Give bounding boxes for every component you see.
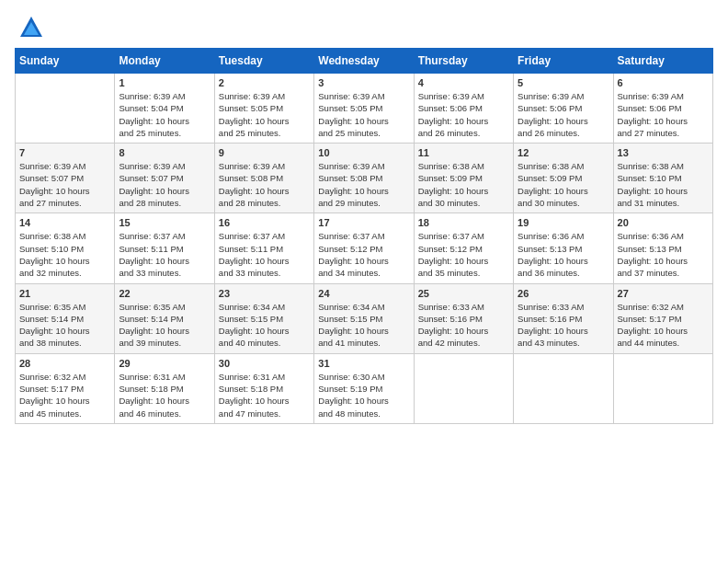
cell-day-number: 3 xyxy=(318,77,409,88)
cell-info-text: Sunrise: 6:39 AM Sunset: 5:05 PM Dayligh… xyxy=(219,90,310,139)
cell-day-number: 27 xyxy=(618,288,709,299)
cell-info-text: Sunrise: 6:39 AM Sunset: 5:04 PM Dayligh… xyxy=(119,90,210,139)
calendar-cell: 10Sunrise: 6:39 AM Sunset: 5:08 PM Dayli… xyxy=(314,144,414,213)
cell-info-text: Sunrise: 6:34 AM Sunset: 5:15 PM Dayligh… xyxy=(318,301,409,350)
calendar-cell: 26Sunrise: 6:33 AM Sunset: 5:16 PM Dayli… xyxy=(514,283,613,353)
calendar-cell: 29Sunrise: 6:31 AM Sunset: 5:18 PM Dayli… xyxy=(115,353,214,423)
calendar-cell: 25Sunrise: 6:33 AM Sunset: 5:16 PM Dayli… xyxy=(414,283,513,353)
cell-day-number: 25 xyxy=(418,288,509,299)
calendar-cell: 31Sunrise: 6:30 AM Sunset: 5:19 PM Dayli… xyxy=(314,353,414,423)
logo-icon xyxy=(18,15,44,40)
calendar-cell: 23Sunrise: 6:34 AM Sunset: 5:15 PM Dayli… xyxy=(214,283,313,353)
cell-info-text: Sunrise: 6:38 AM Sunset: 5:09 PM Dayligh… xyxy=(518,160,609,209)
calendar-cell: 9Sunrise: 6:39 AM Sunset: 5:08 PM Daylig… xyxy=(214,144,313,213)
calendar-week-row: 14Sunrise: 6:38 AM Sunset: 5:10 PM Dayli… xyxy=(16,213,713,283)
cell-info-text: Sunrise: 6:39 AM Sunset: 5:06 PM Dayligh… xyxy=(618,90,709,139)
header-friday: Friday xyxy=(514,49,613,74)
calendar-header-row: SundayMondayTuesdayWednesdayThursdayFrid… xyxy=(16,49,713,74)
cell-day-number: 11 xyxy=(418,147,509,158)
cell-day-number: 31 xyxy=(318,358,409,369)
cell-day-number: 23 xyxy=(219,288,310,299)
calendar-week-row: 7Sunrise: 6:39 AM Sunset: 5:07 PM Daylig… xyxy=(16,144,713,213)
cell-day-number: 6 xyxy=(618,77,709,88)
calendar-cell: 4Sunrise: 6:39 AM Sunset: 5:06 PM Daylig… xyxy=(414,74,513,144)
cell-info-text: Sunrise: 6:30 AM Sunset: 5:19 PM Dayligh… xyxy=(318,371,409,419)
cell-info-text: Sunrise: 6:39 AM Sunset: 5:08 PM Dayligh… xyxy=(219,160,310,209)
cell-day-number: 26 xyxy=(518,288,609,299)
cell-info-text: Sunrise: 6:32 AM Sunset: 5:17 PM Dayligh… xyxy=(19,371,110,419)
cell-day-number: 19 xyxy=(518,217,609,228)
cell-day-number: 4 xyxy=(418,77,509,88)
cell-day-number: 12 xyxy=(518,147,609,158)
calendar-cell: 14Sunrise: 6:38 AM Sunset: 5:10 PM Dayli… xyxy=(16,213,115,283)
cell-day-number: 5 xyxy=(518,77,609,88)
cell-day-number: 10 xyxy=(318,147,409,158)
header-tuesday: Tuesday xyxy=(214,49,313,74)
cell-day-number: 18 xyxy=(418,217,509,228)
calendar-cell: 1Sunrise: 6:39 AM Sunset: 5:04 PM Daylig… xyxy=(115,74,214,144)
cell-info-text: Sunrise: 6:39 AM Sunset: 5:05 PM Dayligh… xyxy=(318,90,409,139)
cell-info-text: Sunrise: 6:31 AM Sunset: 5:18 PM Dayligh… xyxy=(119,371,210,419)
cell-info-text: Sunrise: 6:37 AM Sunset: 5:11 PM Dayligh… xyxy=(119,230,210,279)
cell-info-text: Sunrise: 6:35 AM Sunset: 5:14 PM Dayligh… xyxy=(119,301,210,350)
header-wednesday: Wednesday xyxy=(314,49,414,74)
calendar-cell: 30Sunrise: 6:31 AM Sunset: 5:18 PM Dayli… xyxy=(214,353,313,423)
cell-day-number: 22 xyxy=(119,288,210,299)
calendar-cell: 7Sunrise: 6:39 AM Sunset: 5:07 PM Daylig… xyxy=(16,144,115,213)
calendar-cell xyxy=(613,353,712,423)
calendar-cell: 24Sunrise: 6:34 AM Sunset: 5:15 PM Dayli… xyxy=(314,283,414,353)
cell-info-text: Sunrise: 6:39 AM Sunset: 5:06 PM Dayligh… xyxy=(518,90,609,139)
calendar-cell: 22Sunrise: 6:35 AM Sunset: 5:14 PM Dayli… xyxy=(115,283,214,353)
cell-info-text: Sunrise: 6:32 AM Sunset: 5:17 PM Dayligh… xyxy=(618,301,709,350)
cell-day-number: 24 xyxy=(318,288,409,299)
cell-day-number: 21 xyxy=(19,288,110,299)
calendar-cell: 3Sunrise: 6:39 AM Sunset: 5:05 PM Daylig… xyxy=(314,74,414,144)
cell-info-text: Sunrise: 6:36 AM Sunset: 5:13 PM Dayligh… xyxy=(518,230,609,279)
cell-day-number: 17 xyxy=(318,217,409,228)
calendar-cell: 19Sunrise: 6:36 AM Sunset: 5:13 PM Dayli… xyxy=(514,213,613,283)
calendar-cell xyxy=(16,74,115,144)
cell-info-text: Sunrise: 6:33 AM Sunset: 5:16 PM Dayligh… xyxy=(418,301,509,350)
cell-info-text: Sunrise: 6:36 AM Sunset: 5:13 PM Dayligh… xyxy=(618,230,709,279)
calendar-cell: 5Sunrise: 6:39 AM Sunset: 5:06 PM Daylig… xyxy=(514,74,613,144)
calendar-cell: 12Sunrise: 6:38 AM Sunset: 5:09 PM Dayli… xyxy=(514,144,613,213)
logo xyxy=(15,15,44,40)
calendar-cell: 27Sunrise: 6:32 AM Sunset: 5:17 PM Dayli… xyxy=(613,283,712,353)
cell-info-text: Sunrise: 6:34 AM Sunset: 5:15 PM Dayligh… xyxy=(219,301,310,350)
calendar-cell: 20Sunrise: 6:36 AM Sunset: 5:13 PM Dayli… xyxy=(613,213,712,283)
calendar-cell xyxy=(414,353,513,423)
header-thursday: Thursday xyxy=(414,49,513,74)
cell-day-number: 20 xyxy=(618,217,709,228)
cell-day-number: 1 xyxy=(119,77,210,88)
calendar-cell: 2Sunrise: 6:39 AM Sunset: 5:05 PM Daylig… xyxy=(214,74,313,144)
cell-info-text: Sunrise: 6:37 AM Sunset: 5:11 PM Dayligh… xyxy=(219,230,310,279)
cell-day-number: 30 xyxy=(219,358,310,369)
cell-info-text: Sunrise: 6:39 AM Sunset: 5:08 PM Dayligh… xyxy=(318,160,409,209)
cell-info-text: Sunrise: 6:39 AM Sunset: 5:06 PM Dayligh… xyxy=(418,90,509,139)
cell-day-number: 2 xyxy=(219,77,310,88)
cell-info-text: Sunrise: 6:38 AM Sunset: 5:10 PM Dayligh… xyxy=(618,160,709,209)
header-saturday: Saturday xyxy=(613,49,712,74)
header-sunday: Sunday xyxy=(16,49,115,74)
calendar-week-row: 1Sunrise: 6:39 AM Sunset: 5:04 PM Daylig… xyxy=(16,74,713,144)
cell-info-text: Sunrise: 6:37 AM Sunset: 5:12 PM Dayligh… xyxy=(418,230,509,279)
calendar-cell: 8Sunrise: 6:39 AM Sunset: 5:07 PM Daylig… xyxy=(115,144,214,213)
calendar-cell: 21Sunrise: 6:35 AM Sunset: 5:14 PM Dayli… xyxy=(16,283,115,353)
cell-day-number: 9 xyxy=(219,147,310,158)
cell-day-number: 8 xyxy=(119,147,210,158)
calendar-cell xyxy=(514,353,613,423)
calendar-table: SundayMondayTuesdayWednesdayThursdayFrid… xyxy=(15,48,713,424)
cell-info-text: Sunrise: 6:39 AM Sunset: 5:07 PM Dayligh… xyxy=(119,160,210,209)
cell-info-text: Sunrise: 6:38 AM Sunset: 5:09 PM Dayligh… xyxy=(418,160,509,209)
cell-info-text: Sunrise: 6:33 AM Sunset: 5:16 PM Dayligh… xyxy=(518,301,609,350)
calendar-cell: 28Sunrise: 6:32 AM Sunset: 5:17 PM Dayli… xyxy=(16,353,115,423)
header-monday: Monday xyxy=(115,49,214,74)
cell-day-number: 29 xyxy=(119,358,210,369)
calendar-cell: 13Sunrise: 6:38 AM Sunset: 5:10 PM Dayli… xyxy=(613,144,712,213)
calendar-cell: 15Sunrise: 6:37 AM Sunset: 5:11 PM Dayli… xyxy=(115,213,214,283)
cell-day-number: 15 xyxy=(119,217,210,228)
cell-day-number: 16 xyxy=(219,217,310,228)
cell-day-number: 28 xyxy=(19,358,110,369)
cell-day-number: 14 xyxy=(19,217,110,228)
cell-info-text: Sunrise: 6:38 AM Sunset: 5:10 PM Dayligh… xyxy=(19,230,110,279)
